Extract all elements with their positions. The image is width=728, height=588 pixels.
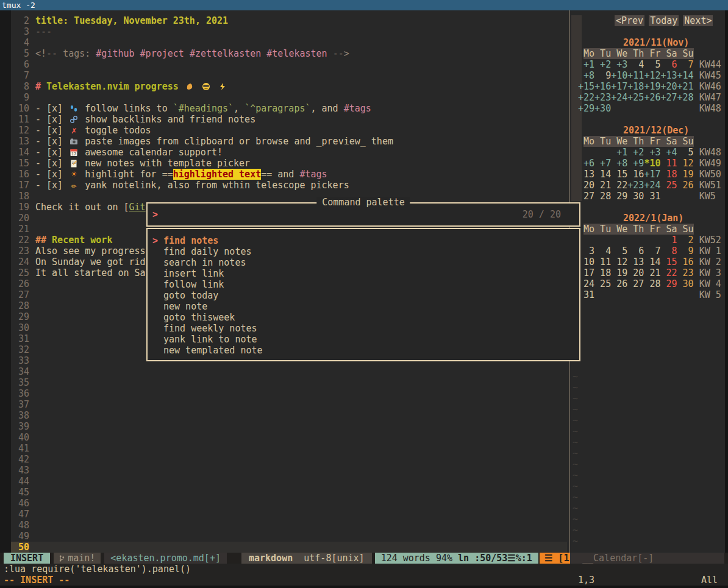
editor-line[interactable]: 40 <box>11 432 567 443</box>
palette-item[interactable]: goto thisweek <box>152 312 579 323</box>
calendar-day[interactable]: +13 <box>660 70 677 81</box>
editor-line[interactable]: 45 <box>11 487 567 498</box>
calendar-day[interactable]: 29 <box>611 191 627 202</box>
palette-item[interactable]: new note <box>152 301 579 312</box>
calendar-day[interactable]: +30 <box>594 103 611 114</box>
editor-line[interactable]: 18 <box>11 191 567 202</box>
calendar-day[interactable]: 16 <box>677 257 694 267</box>
calendar-next-button[interactable]: Next> <box>683 15 713 26</box>
calendar-day[interactable]: +17 <box>611 81 627 92</box>
palette-item[interactable]: follow link <box>152 279 579 290</box>
calendar-day[interactable]: *10 <box>644 158 660 169</box>
calendar-day[interactable]: 1 <box>660 235 677 246</box>
palette-item[interactable]: new templated note <box>152 345 579 356</box>
calendar-day[interactable]: 5 <box>644 59 660 70</box>
calendar-day[interactable]: 4 <box>594 246 611 257</box>
calendar-day[interactable]: +2 <box>627 147 644 158</box>
calendar-day[interactable]: 22 <box>660 267 677 278</box>
editor-line[interactable]: 5<!-- tags: #github #project #zettelkast… <box>11 48 567 59</box>
calendar-day[interactable]: 18 <box>594 267 611 278</box>
editor-line[interactable]: 15- [x] new notes with template picker <box>11 158 567 169</box>
calendar-day[interactable]: +21 <box>677 81 694 92</box>
calendar-day[interactable]: 30 <box>627 191 644 202</box>
calendar-day[interactable]: 27 <box>578 191 594 202</box>
calendar-day[interactable]: 5 <box>611 246 627 257</box>
editor-line[interactable]: 17- [x] ✏ yank notelink, also from wthin… <box>11 180 567 191</box>
calendar-day[interactable]: +8 <box>578 70 594 81</box>
editor-line[interactable]: 39 <box>11 421 567 432</box>
calendar-day[interactable]: +26 <box>644 92 660 103</box>
palette-item[interactable]: search in notes <box>152 257 579 268</box>
calendar-day[interactable]: +10 <box>611 70 627 81</box>
calendar-prev-button[interactable]: <Prev <box>615 15 644 26</box>
calendar-day[interactable]: 3 <box>578 246 594 257</box>
calendar-day[interactable]: +29 <box>578 103 594 114</box>
editor-line[interactable]: 38 <box>11 410 567 421</box>
calendar-day[interactable]: 12 <box>611 257 627 267</box>
calendar-day[interactable]: +12 <box>644 70 660 81</box>
editor-line[interactable]: 14- [x] 17 awesome calendar support! <box>11 147 567 158</box>
editor-line[interactable]: 41 <box>11 443 567 454</box>
calendar-day[interactable]: 7 <box>644 246 660 257</box>
calendar-day[interactable]: +25 <box>627 92 644 103</box>
calendar-day[interactable]: 20 <box>578 180 594 191</box>
calendar-day[interactable]: 6 <box>660 59 677 70</box>
calendar-day[interactable]: 11 <box>594 257 611 267</box>
calendar-day[interactable]: 14 <box>594 169 611 180</box>
calendar-day[interactable]: +3 <box>644 147 660 158</box>
calendar-day[interactable]: +9 <box>627 158 644 169</box>
calendar-day[interactable]: +1 <box>578 59 594 70</box>
calendar-day[interactable]: 20 <box>627 267 644 278</box>
calendar-day[interactable]: +24 <box>644 180 660 191</box>
calendar-day[interactable]: +22 <box>578 92 594 103</box>
calendar-day[interactable]: +6 <box>578 158 594 169</box>
palette-item[interactable]: insert link <box>152 268 579 279</box>
calendar-day[interactable]: 22 <box>611 180 627 191</box>
command-line[interactable]: :lua require('telekasten').panel() <box>0 564 728 575</box>
editor-line[interactable]: 35 <box>11 377 567 388</box>
editor-line[interactable]: 47 <box>11 509 567 520</box>
editor-line[interactable]: 3--- <box>11 26 567 37</box>
editor-line[interactable]: 13- [x] paste images from clipboard or b… <box>11 136 567 147</box>
calendar-day[interactable]: 7 <box>677 59 694 70</box>
calendar-day[interactable]: +23 <box>627 180 644 191</box>
note-link[interactable]: Git <box>129 202 146 213</box>
calendar-day[interactable]: 17 <box>578 267 594 278</box>
calendar-day[interactable]: 5 <box>677 147 694 158</box>
calendar-day[interactable]: 24 <box>578 278 594 289</box>
calendar-day[interactable]: +7 <box>594 158 611 169</box>
calendar-day[interactable]: 27 <box>627 278 644 289</box>
calendar-day[interactable]: 23 <box>677 267 694 278</box>
calendar-day[interactable]: +24 <box>611 92 627 103</box>
calendar-day[interactable]: 10 <box>578 257 594 267</box>
editor-line[interactable]: 48 <box>11 520 567 531</box>
calendar-day[interactable]: 21 <box>594 180 611 191</box>
calendar-day[interactable]: 2 <box>677 235 694 246</box>
calendar-day[interactable]: 16 <box>627 169 644 180</box>
editor-line[interactable]: 6 <box>11 59 567 70</box>
editor-line[interactable]: 4 <box>11 37 567 48</box>
editor-line[interactable]: 46 <box>11 498 567 509</box>
editor-line[interactable]: 2title: Tuesday, November 23th, 2021 <box>11 15 567 26</box>
calendar-day[interactable]: 12 <box>677 158 694 169</box>
calendar-day[interactable]: +4 <box>660 147 677 158</box>
editor-line[interactable]: 12- [x] ✗ toggle todos <box>11 125 567 136</box>
calendar-day[interactable]: 6 <box>627 246 644 257</box>
editor-line[interactable]: 42 <box>11 454 567 465</box>
editor-line[interactable]: 8# Telekasten.nvim progress <box>11 81 567 92</box>
calendar-day[interactable]: 25 <box>660 180 677 191</box>
calendar-day[interactable]: 26 <box>611 278 627 289</box>
palette-item[interactable]: find daily notes <box>152 246 579 257</box>
editor-line[interactable]: 37 <box>11 399 567 410</box>
calendar-day[interactable]: +20 <box>660 81 677 92</box>
calendar-day[interactable]: 4 <box>627 59 644 70</box>
calendar-day[interactable]: +18 <box>627 81 644 92</box>
calendar-day[interactable]: 13 <box>578 169 594 180</box>
calendar-day[interactable]: +2 <box>594 59 611 70</box>
editor-line[interactable]: 10- [x] follow links to `#headings`, `^p… <box>11 103 567 114</box>
calendar-day[interactable]: 29 <box>660 278 677 289</box>
calendar-day[interactable]: 26 <box>677 180 694 191</box>
calendar-day[interactable]: +8 <box>611 158 627 169</box>
editor-line[interactable]: 34 <box>11 366 567 377</box>
calendar-day[interactable]: 25 <box>594 278 611 289</box>
